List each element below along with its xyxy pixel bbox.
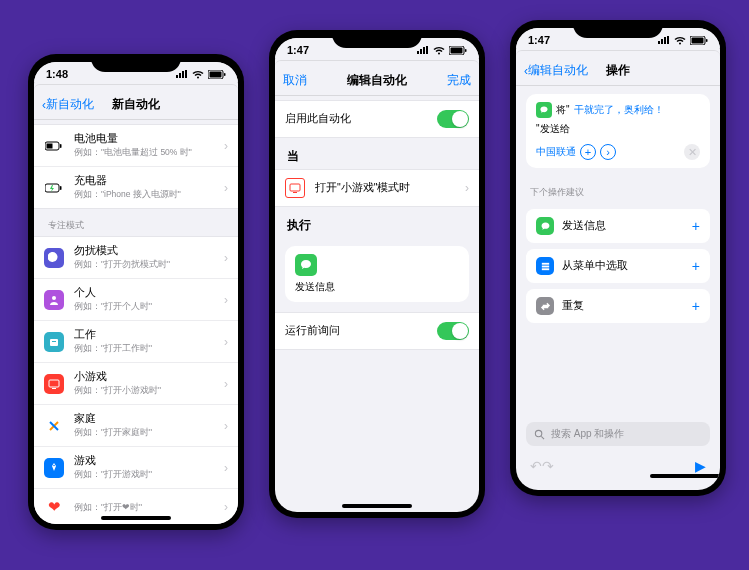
ask-label: 运行前询问 xyxy=(285,324,437,338)
nav-cancel-label: 取消 xyxy=(283,72,307,89)
status-right xyxy=(176,70,226,79)
notch xyxy=(91,54,181,72)
screen: 1:47 取消 编辑自动化 完成 启用此自动化 当 xyxy=(275,38,479,512)
chevron-right-icon: › xyxy=(220,335,228,349)
tools-icon xyxy=(44,416,64,436)
messages-icon xyxy=(536,102,552,118)
nav-bar: ‹ 新自动化 新自动化 xyxy=(34,90,238,120)
action-summary-card[interactable]: 将" 干就完了，奥利给！ "发送给 中国联通 + › ✕ xyxy=(526,94,710,168)
nav-done[interactable]: 完成 xyxy=(439,66,479,95)
group-enable: 启用此自动化 xyxy=(275,100,479,138)
wifi-icon xyxy=(433,46,445,55)
content: 电池电量 例如："电池电量超过 50% 时" › 充电器 例如："iPhone … xyxy=(34,120,238,524)
moon-icon xyxy=(44,248,64,268)
wifi-icon xyxy=(192,70,204,79)
row-sub: 例如："电池电量超过 50% 时" xyxy=(74,147,220,159)
row-game[interactable]: 游戏 例如："打开游戏时" › xyxy=(34,447,238,489)
svg-rect-1 xyxy=(179,73,181,78)
svg-rect-37 xyxy=(706,39,708,42)
screen: 1:47 ‹ 编辑自动化 操作 将" 干就完了，奥利 xyxy=(516,28,720,490)
when-header: 当 xyxy=(275,138,479,169)
row-title: 工作 xyxy=(74,328,220,342)
row-title: 勿扰模式 xyxy=(74,244,220,258)
phone-new-automation: 1:48 ‹ 新自动化 新自动化 xyxy=(28,54,244,530)
when-label: 打开"小游戏"模式时 xyxy=(315,181,461,195)
svg-rect-22 xyxy=(417,51,419,54)
chevron-right-icon: › xyxy=(220,293,228,307)
row-charger[interactable]: 充电器 例如："iPhone 接入电源时" › xyxy=(34,167,238,208)
summary-recipient[interactable]: 中国联通 xyxy=(536,145,576,159)
rocket-icon xyxy=(44,458,64,478)
sugg-send-message[interactable]: 发送信息 + xyxy=(526,209,710,243)
expand-button[interactable]: › xyxy=(600,144,616,160)
add-suggestion-button[interactable]: + xyxy=(692,218,700,234)
summary-mid: "发送给 xyxy=(536,122,570,136)
signal-icon xyxy=(176,70,188,78)
chip-row: 将" 干就完了，奥利给！ "发送给 中国联通 + › ✕ xyxy=(536,102,700,160)
summary-message[interactable]: 干就完了，奥利给！ xyxy=(574,103,664,117)
sugg-label: 从菜单中选取 xyxy=(562,259,692,273)
messages-icon xyxy=(536,217,554,235)
nav-back[interactable]: ‹ 编辑自动化 xyxy=(516,56,596,85)
notch xyxy=(332,30,422,48)
status-time: 1:47 xyxy=(528,34,550,46)
phone-edit-automation: 1:47 取消 编辑自动化 完成 启用此自动化 当 xyxy=(269,30,485,518)
row-personal[interactable]: 个人 例如："打开个人时" › xyxy=(34,279,238,321)
svg-rect-39 xyxy=(541,265,548,267)
row-home[interactable]: 家庭 例如："打开家庭时" › xyxy=(34,405,238,447)
nav-bar: 取消 编辑自动化 完成 xyxy=(275,66,479,96)
heart-icon: ❤ xyxy=(44,497,64,517)
wifi-icon xyxy=(674,36,686,45)
add-recipient-button[interactable]: + xyxy=(580,144,596,160)
add-suggestion-button[interactable]: + xyxy=(692,258,700,274)
sugg-repeat[interactable]: 重复 + xyxy=(526,289,710,323)
chevron-right-icon: › xyxy=(220,461,228,475)
nav-cancel[interactable]: 取消 xyxy=(275,66,315,95)
chevron-right-icon: › xyxy=(220,181,228,195)
enable-label: 启用此自动化 xyxy=(285,112,437,126)
sugg-header: 下个操作建议 xyxy=(516,176,720,203)
add-suggestion-button[interactable]: + xyxy=(692,298,700,314)
remove-action-button[interactable]: ✕ xyxy=(684,144,700,160)
sugg-label: 重复 xyxy=(562,299,692,313)
chevron-right-icon: › xyxy=(461,181,469,195)
row-title: 电池电量 xyxy=(74,132,220,146)
group-when: 打开"小游戏"模式时 › xyxy=(275,169,479,207)
ask-toggle[interactable] xyxy=(437,322,469,340)
row-minigame[interactable]: 小游戏 例如："打开小游戏时" › xyxy=(34,363,238,405)
svg-rect-36 xyxy=(692,37,704,43)
svg-rect-23 xyxy=(420,49,422,54)
nav-title: 操作 xyxy=(606,62,630,79)
row-enable: 启用此自动化 xyxy=(275,101,479,137)
repeat-icon xyxy=(536,297,554,315)
row-battery-level[interactable]: 电池电量 例如："电池电量超过 50% 时" › xyxy=(34,125,238,167)
row-work[interactable]: 工作 例如："打开工作时" › xyxy=(34,321,238,363)
svg-rect-3 xyxy=(185,70,187,78)
svg-rect-13 xyxy=(50,339,58,346)
row-title: 充电器 xyxy=(74,174,220,188)
do-header: 执行 xyxy=(275,207,479,238)
row-sub: 例如："打开个人时" xyxy=(74,301,220,313)
row-dnd[interactable]: 勿扰模式 例如："打开勿扰模式时" › xyxy=(34,237,238,279)
nav-back[interactable]: ‹ 新自动化 xyxy=(34,90,102,119)
group-focus: 勿扰模式 例如："打开勿扰模式时" › 个人 例如："打开个人时" › xyxy=(34,236,238,524)
svg-rect-24 xyxy=(423,47,425,54)
status-right xyxy=(658,36,708,45)
row-title: 个人 xyxy=(74,286,220,300)
svg-rect-11 xyxy=(60,186,62,190)
chevron-right-icon: › xyxy=(220,377,228,391)
svg-rect-8 xyxy=(47,143,53,148)
row-when[interactable]: 打开"小游戏"模式时 › xyxy=(275,170,479,206)
enable-toggle[interactable] xyxy=(437,110,469,128)
row-title: 游戏 xyxy=(74,454,220,468)
chevron-right-icon: › xyxy=(220,251,228,265)
group-ask: 运行前询问 xyxy=(275,312,479,350)
content: 启用此自动化 当 打开"小游戏"模式时 › 执行 发送信 xyxy=(275,96,479,358)
sugg-choose-menu[interactable]: 从菜单中选取 + xyxy=(526,249,710,283)
row-title: 小游戏 xyxy=(74,370,220,384)
svg-rect-25 xyxy=(426,46,428,54)
charger-icon xyxy=(44,178,64,198)
svg-rect-14 xyxy=(52,341,56,342)
svg-rect-16 xyxy=(52,388,56,389)
action-card[interactable]: 发送信息 xyxy=(285,246,469,302)
